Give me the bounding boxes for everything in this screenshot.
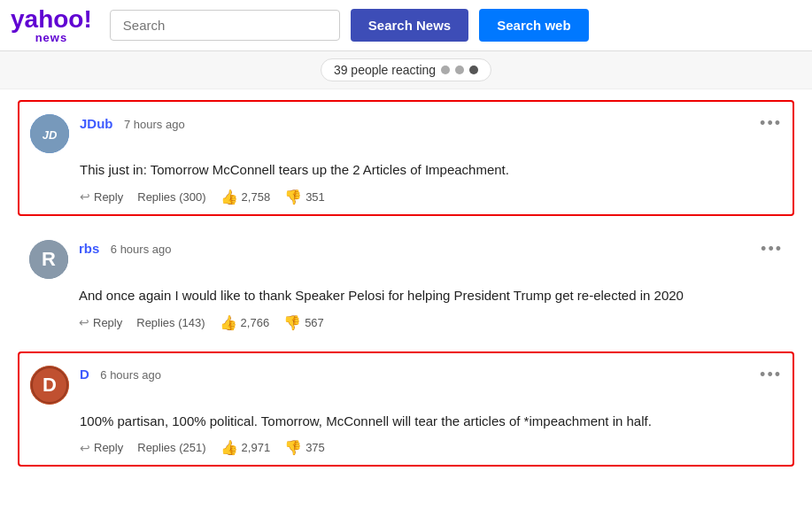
comment-actions: ↩ Reply Replies (143) 👍 2,766 👎 567 — [79, 314, 783, 331]
comment-meta-top: D 6 hours ago ••• — [80, 366, 782, 384]
avatar: D — [30, 366, 69, 405]
comment-meta: D 6 hours ago ••• — [80, 366, 782, 384]
downvote-icon: 👎 — [284, 189, 302, 205]
upvote-count: 2,971 — [242, 441, 271, 454]
reply-button[interactable]: ↩ Reply — [79, 315, 122, 329]
reaction-dot-2 — [455, 66, 464, 74]
avatar: R — [29, 240, 68, 279]
reply-label: Reply — [94, 190, 123, 204]
comment-actions: ↩ Reply Replies (251) 👍 2,971 👎 375 — [80, 439, 782, 456]
username: D — [80, 367, 89, 382]
comment-author-line: JDub 7 hours ago — [80, 116, 185, 132]
time-ago: 7 hours ago — [124, 118, 185, 131]
more-options-button[interactable]: ••• — [760, 366, 782, 384]
reply-button[interactable]: ↩ Reply — [80, 441, 123, 455]
search-input[interactable] — [110, 10, 340, 41]
replies-button[interactable]: Replies (300) — [137, 190, 205, 204]
comments-section: JD JDub 7 hours ago ••• This just in: To… — [0, 100, 812, 467]
reactions-pill[interactable]: 39 people reacting — [321, 58, 491, 81]
username: rbs — [79, 241, 99, 256]
downvote-button[interactable]: 👎 351 — [284, 189, 325, 205]
downvote-count: 351 — [305, 190, 325, 204]
reply-icon: ↩ — [79, 315, 89, 329]
reply-label: Reply — [94, 441, 123, 454]
replies-button[interactable]: Replies (143) — [136, 316, 205, 329]
upvote-button[interactable]: 👍 2,971 — [220, 439, 271, 456]
downvote-button[interactable]: 👎 567 — [283, 314, 324, 331]
comment-card: JD JDub 7 hours ago ••• This just in: To… — [18, 100, 794, 216]
svg-text:D: D — [43, 374, 57, 396]
more-options-button[interactable]: ••• — [760, 114, 782, 133]
search-news-button[interactable]: Search News — [351, 9, 468, 42]
time-ago: 6 hours ago — [100, 368, 161, 382]
upvote-count: 2,766 — [241, 316, 270, 329]
comment-author-line: D 6 hours ago — [80, 367, 161, 382]
upvote-icon: 👍 — [220, 189, 238, 205]
avatar-d-image: D — [30, 366, 69, 405]
header: yahoo! news Search News Search web — [0, 0, 812, 51]
comment-card: D D 6 hours ago ••• 100% partisan, 100% … — [18, 351, 794, 467]
svg-text:JD: JD — [43, 128, 58, 142]
reply-icon: ↩ — [80, 189, 90, 204]
yahoo-news-label: news — [11, 32, 92, 43]
reactions-bar: 39 people reacting — [0, 51, 812, 89]
downvote-icon: 👎 — [284, 439, 302, 456]
comment-text: 100% partisan, 100% political. Tomorrow,… — [80, 412, 782, 431]
yahoo-logo-text: yahoo! — [11, 7, 92, 32]
yahoo-logo: yahoo! news — [11, 7, 92, 43]
more-options-button[interactable]: ••• — [761, 240, 783, 259]
avatar-rbs-image: R — [29, 240, 68, 279]
comment-header: R rbs 6 hours ago ••• — [29, 240, 783, 279]
comment-header: JD JDub 7 hours ago ••• — [30, 114, 782, 153]
comment-meta-top: rbs 6 hours ago ••• — [79, 240, 783, 259]
upvote-count: 2,758 — [242, 190, 271, 204]
reactions-text: 39 people reacting — [334, 63, 436, 77]
time-ago: 6 hours ago — [111, 243, 172, 256]
comment-text: And once again I would like to thank Spe… — [79, 286, 783, 305]
upvote-button[interactable]: 👍 2,758 — [220, 189, 271, 205]
reply-button[interactable]: ↩ Reply — [80, 189, 123, 204]
reaction-dot-3 — [469, 66, 478, 74]
reply-label: Reply — [93, 316, 122, 329]
comment-header: D D 6 hours ago ••• — [30, 366, 782, 405]
upvote-icon: 👍 — [220, 439, 238, 456]
downvote-count: 567 — [305, 316, 324, 329]
upvote-icon: 👍 — [220, 314, 237, 331]
downvote-button[interactable]: 👎 375 — [284, 439, 325, 456]
comment-meta-top: JDub 7 hours ago ••• — [80, 114, 782, 133]
comment-card: R rbs 6 hours ago ••• And once again I w… — [18, 227, 794, 341]
avatar-jdub-image: JD — [30, 114, 69, 153]
comment-meta: rbs 6 hours ago ••• — [79, 240, 783, 259]
reply-icon: ↩ — [80, 441, 90, 455]
comment-actions: ↩ Reply Replies (300) 👍 2,758 👎 351 — [80, 189, 782, 205]
upvote-button[interactable]: 👍 2,766 — [220, 314, 270, 331]
replies-button[interactable]: Replies (251) — [137, 441, 205, 454]
avatar: JD — [30, 114, 69, 153]
username: JDub — [80, 116, 113, 131]
downvote-count: 375 — [305, 441, 325, 454]
svg-text:R: R — [42, 248, 56, 270]
search-web-button[interactable]: Search web — [479, 9, 588, 42]
comment-author-line: rbs 6 hours ago — [79, 241, 171, 257]
downvote-icon: 👎 — [283, 314, 301, 331]
comment-text: This just in: Tomorrow McConnell tears u… — [80, 160, 782, 180]
comment-meta: JDub 7 hours ago ••• — [80, 114, 782, 133]
reaction-dot-1 — [441, 66, 450, 74]
